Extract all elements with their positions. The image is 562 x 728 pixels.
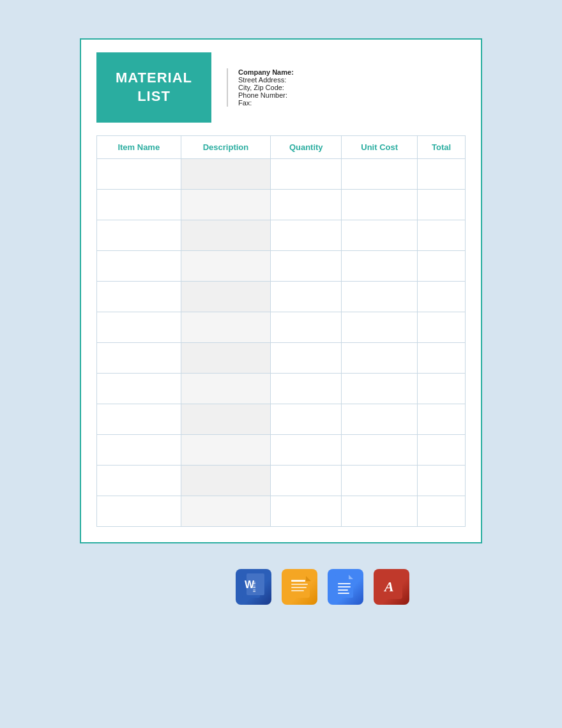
col-header-item-name: Item Name [97,136,181,159]
svg-rect-9 [291,587,307,588]
table-cell[interactable] [97,190,181,220]
table-cell[interactable] [418,190,466,220]
table-cell[interactable] [97,282,181,312]
table-cell[interactable] [97,404,181,435]
table-cell[interactable] [342,312,418,343]
table-cell[interactable] [418,282,466,312]
table-cell[interactable] [342,404,418,435]
document-container: MATERIAL LIST Company Name: Street Addre… [80,38,482,543]
word-icon[interactable]: W ≡ ≡ ≡ [236,569,271,605]
table-cell[interactable] [271,282,342,312]
table-cell[interactable] [342,220,418,251]
table-cell[interactable] [181,220,271,251]
table-cell[interactable] [418,251,466,282]
col-header-quantity: Quantity [271,136,342,159]
table-row [97,343,466,374]
svg-rect-10 [291,590,304,591]
table-cell[interactable] [271,435,342,466]
title-box: MATERIAL LIST [96,52,211,123]
table-cell[interactable] [97,374,181,404]
svg-rect-14 [338,583,351,584]
table-cell[interactable] [181,435,271,466]
table-cell[interactable] [342,159,418,190]
table-cell[interactable] [97,466,181,496]
table-row [97,435,466,466]
table-cell[interactable] [97,312,181,343]
table-cell[interactable] [418,496,466,527]
city-zip-label: City, Zip Code: [238,84,294,91]
table-row [97,404,466,435]
svg-rect-15 [338,586,351,588]
table-cell[interactable] [271,220,342,251]
company-info-inner: Company Name: Street Address: City, Zip … [227,68,294,107]
pages-icon[interactable] [282,569,317,605]
table-cell[interactable] [418,312,466,343]
table-cell[interactable] [418,159,466,190]
table-cell[interactable] [342,374,418,404]
company-name-label: Company Name: [238,68,294,76]
table-cell[interactable] [97,251,181,282]
table-cell[interactable] [181,466,271,496]
col-header-total: Total [418,136,466,159]
table-cell[interactable] [97,343,181,374]
table-header-row: Item Name Description Quantity Unit Cost… [97,136,466,159]
table-row [97,282,466,312]
table-cell[interactable] [181,159,271,190]
table-row [97,312,466,343]
table-cell[interactable] [181,374,271,404]
table-cell[interactable] [271,312,342,343]
table-cell[interactable] [418,466,466,496]
table-cell[interactable] [418,343,466,374]
svg-rect-8 [291,584,308,585]
table-row [97,374,466,404]
table-cell[interactable] [97,496,181,527]
table-cell[interactable] [418,220,466,251]
header-section: MATERIAL LIST Company Name: Street Addre… [81,40,481,135]
table-section: Item Name Description Quantity Unit Cost… [81,135,481,542]
table-cell[interactable] [181,343,271,374]
table-cell[interactable] [271,159,342,190]
table-cell[interactable] [97,220,181,251]
table-cell[interactable] [181,251,271,282]
acrobat-icon[interactable]: A [374,569,409,605]
table-cell[interactable] [271,466,342,496]
svg-text:A: A [383,579,394,595]
svg-text:≡: ≡ [253,588,256,594]
svg-rect-17 [338,593,349,594]
table-cell[interactable] [342,190,418,220]
table-cell[interactable] [418,404,466,435]
table-row [97,496,466,527]
table-cell[interactable] [342,282,418,312]
fax-label: Fax: [238,99,294,107]
table-cell[interactable] [97,159,181,190]
svg-rect-7 [291,580,305,582]
company-info: Company Name: Street Address: City, Zip … [211,52,294,123]
table-cell[interactable] [342,466,418,496]
table-cell[interactable] [181,282,271,312]
table-cell[interactable] [271,404,342,435]
table-cell[interactable] [271,190,342,220]
material-table: Item Name Description Quantity Unit Cost… [96,135,466,527]
table-row [97,466,466,496]
table-cell[interactable] [342,343,418,374]
table-cell[interactable] [271,374,342,404]
table-cell[interactable] [181,190,271,220]
table-cell[interactable] [181,312,271,343]
table-cell[interactable] [342,251,418,282]
table-cell[interactable] [271,496,342,527]
col-header-description: Description [181,136,271,159]
table-cell[interactable] [271,343,342,374]
table-cell[interactable] [418,435,466,466]
table-cell[interactable] [342,435,418,466]
street-address-label: Street Address: [238,76,294,84]
table-body [97,159,466,527]
table-cell[interactable] [181,496,271,527]
table-cell[interactable] [181,404,271,435]
table-cell[interactable] [271,251,342,282]
col-header-unit-cost: Unit Cost [342,136,418,159]
google-docs-icon[interactable] [328,569,363,605]
table-cell[interactable] [418,374,466,404]
table-cell[interactable] [342,496,418,527]
footer-icons: W ≡ ≡ ≡ A [236,569,409,605]
table-cell[interactable] [97,435,181,466]
